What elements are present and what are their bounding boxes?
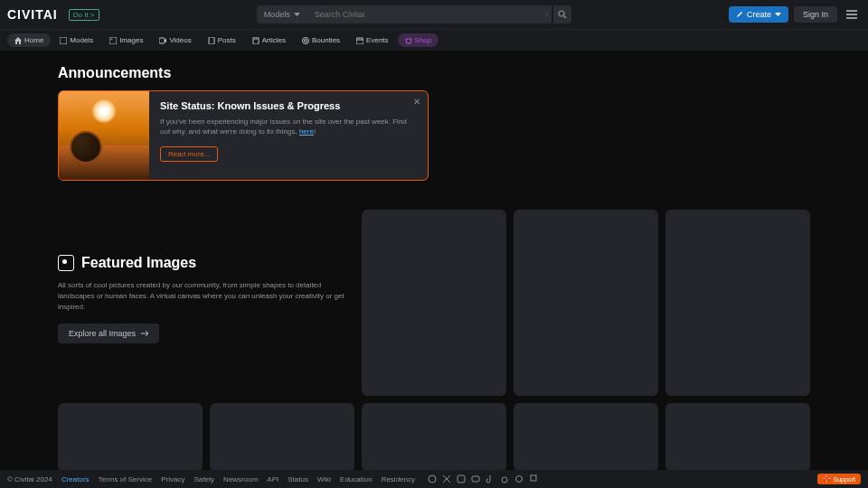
footer-link-wiki[interactable]: Wiki <box>317 475 331 483</box>
announcement-image <box>59 91 149 181</box>
featured-intro: Featured Images All sorts of cool pictur… <box>58 210 347 396</box>
readmore-button[interactable]: Read more... <box>160 146 218 162</box>
youtube-icon[interactable] <box>471 474 480 483</box>
chevron-down-icon <box>294 13 300 16</box>
svg-rect-21 <box>531 475 536 481</box>
svg-line-1 <box>563 16 566 19</box>
chevron-down-icon <box>775 13 781 16</box>
footer-copyright: © Civitai 2024 <box>7 475 52 483</box>
footer-link-residency[interactable]: Residency <box>382 475 415 483</box>
announcement-title: Site Status: Known Issues & Progress <box>160 100 417 111</box>
header: CIVITAI Do It > Models / Create Sign In <box>0 0 868 29</box>
footer-link-tos[interactable]: Terms of Service <box>99 475 153 483</box>
footer-link-safety[interactable]: Safety <box>193 475 214 483</box>
svg-rect-6 <box>109 37 117 44</box>
models-icon <box>60 37 67 44</box>
footer-link-newsroom[interactable]: Newsroom <box>223 475 258 483</box>
svg-rect-18 <box>472 476 479 482</box>
events-icon <box>356 37 363 44</box>
svg-point-7 <box>111 38 113 40</box>
svg-point-16 <box>429 475 436 483</box>
footer: © Civitai 2024 Creators Terms of Service… <box>0 470 868 488</box>
image-card[interactable] <box>210 403 354 470</box>
x-icon[interactable] <box>442 474 451 483</box>
footer-link-api[interactable]: API <box>267 475 278 483</box>
nav-posts[interactable]: Posts <box>201 33 243 47</box>
articles-icon <box>252 37 259 44</box>
nav-home[interactable]: Home <box>7 33 51 47</box>
arrow-right-icon <box>141 331 148 336</box>
header-actions: Create Sign In <box>729 6 861 23</box>
menu-icon[interactable] <box>843 10 861 19</box>
threads-icon[interactable] <box>514 474 524 483</box>
search-input[interactable] <box>307 5 542 23</box>
twitch-icon[interactable] <box>529 474 538 483</box>
featured-header: Featured Images <box>58 255 347 271</box>
home-icon <box>14 37 22 44</box>
image-card[interactable] <box>514 210 658 396</box>
search-category-selector[interactable]: Models <box>257 5 307 23</box>
tiktok-icon[interactable] <box>486 474 495 483</box>
announcement-card: Site Status: Known Issues & Progress If … <box>58 90 429 181</box>
image-card[interactable] <box>362 403 506 470</box>
nav-models[interactable]: Models <box>52 33 100 47</box>
footer-social-icons <box>428 474 538 483</box>
svg-rect-14 <box>356 38 363 44</box>
nav-images[interactable]: Images <box>102 33 150 47</box>
images-icon <box>109 37 117 44</box>
shop-icon <box>405 37 412 44</box>
image-card[interactable] <box>514 403 658 470</box>
signin-button[interactable]: Sign In <box>794 6 837 23</box>
nav-videos[interactable]: Videos <box>152 33 198 47</box>
discord-icon[interactable] <box>428 474 437 483</box>
svg-rect-17 <box>458 475 465 483</box>
bounties-icon <box>302 37 309 44</box>
posts-icon <box>208 37 215 44</box>
featured-title: Featured Images <box>81 255 196 271</box>
search-icon <box>558 10 567 19</box>
explore-label: Explore all Images <box>69 329 136 338</box>
featured-description: All sorts of cool pictures created by ou… <box>58 280 347 313</box>
reddit-icon[interactable] <box>500 474 509 483</box>
close-icon[interactable]: ✕ <box>413 97 420 107</box>
svg-rect-5 <box>60 37 67 44</box>
announcements-heading: Announcements <box>58 65 810 81</box>
instagram-icon[interactable] <box>457 474 466 483</box>
featured-grid-top <box>362 210 810 396</box>
nav-events[interactable]: Events <box>349 33 395 47</box>
image-card[interactable] <box>58 403 203 470</box>
pencil-icon <box>736 11 743 18</box>
logo-badge[interactable]: Do It > <box>69 9 99 21</box>
image-card[interactable] <box>665 403 810 470</box>
search-group: Models / <box>257 5 571 23</box>
svg-rect-10 <box>253 37 259 44</box>
image-card[interactable] <box>665 210 810 396</box>
logo[interactable]: CIVITAI <box>7 7 58 22</box>
svg-point-13 <box>304 39 307 42</box>
announcement-text: If you've been experiencing major issues… <box>160 117 417 136</box>
nav-shop[interactable]: Shop <box>398 33 439 47</box>
image-icon <box>58 255 74 271</box>
search-category-label: Models <box>264 10 290 19</box>
featured-grid-bottom <box>58 403 810 470</box>
search-kbd-hint: / <box>542 5 552 23</box>
videos-icon <box>159 37 166 44</box>
footer-link-status[interactable]: Status <box>288 475 308 483</box>
search-button[interactable] <box>553 5 571 23</box>
explore-images-button[interactable]: Explore all Images <box>58 324 159 343</box>
create-button[interactable]: Create <box>729 6 788 23</box>
main-content: Announcements Site Status: Known Issues … <box>0 51 868 470</box>
image-card[interactable] <box>362 210 506 396</box>
footer-link-education[interactable]: Education <box>340 475 373 483</box>
nav-bounties[interactable]: Bounties <box>295 33 347 47</box>
svg-point-12 <box>302 37 308 43</box>
announcement-link[interactable]: here <box>299 127 314 136</box>
support-button[interactable]: 🛟 Support <box>817 474 861 484</box>
main-nav: Home Models Images Videos Posts Articles… <box>0 29 868 51</box>
svg-rect-8 <box>159 38 165 43</box>
svg-point-19 <box>502 477 507 483</box>
footer-link-creators[interactable]: Creators <box>61 475 90 483</box>
nav-articles[interactable]: Articles <box>245 33 293 47</box>
footer-link-privacy[interactable]: Privacy <box>161 475 184 483</box>
svg-point-20 <box>516 476 523 483</box>
